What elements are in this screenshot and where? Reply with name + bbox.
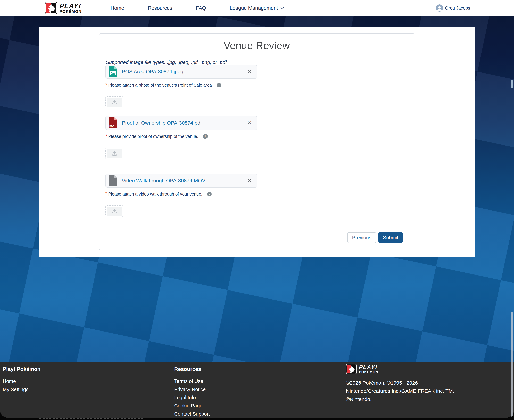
page-title: Venue Review (99, 40, 414, 51)
logo-text: PLAY! POKÉMON. (59, 3, 83, 14)
generic-file-icon (109, 175, 117, 186)
pokemon-emblem-icon (45, 2, 58, 14)
info-icon[interactable]: i (217, 83, 221, 88)
content-panel: Venue Review Supported image file types:… (39, 27, 475, 257)
scrollbar-thumb-top[interactable] (511, 80, 513, 89)
play-pokemon-logo[interactable]: PLAY! POKÉMON. (45, 2, 83, 14)
nav-home[interactable]: Home (110, 5, 124, 11)
footer-link-contact-support[interactable]: Contact Support (174, 410, 210, 418)
upload-icon (112, 151, 117, 156)
attached-file-chip: POS Area OPA-30874.jpeg ✕ (105, 65, 257, 79)
attachment-section-proof-of-ownership: PDF Proof of Ownership OPA-30874.pdf ✕ *… (105, 116, 257, 159)
form-divider (106, 223, 408, 223)
attached-file-link[interactable]: Proof of Ownership OPA-30874.pdf (122, 120, 242, 126)
attachment-section-pos-area: POS Area OPA-30874.jpeg ✕ * Please attac… (105, 65, 257, 108)
pdf-file-icon: PDF (109, 117, 117, 128)
chevron-down-icon (280, 7, 284, 9)
attached-file-link[interactable]: Video Walkthrough OPA-30874.MOV (122, 178, 242, 183)
copyright-text: ©2026 Pokémon. ©1995 - 2026 Nintendo/Cre… (346, 379, 454, 403)
footer-brand-column: Play! Pokémon Home My Settings (3, 362, 40, 393)
submit-button[interactable]: Submit (378, 232, 403, 243)
attached-file-chip: Video Walkthrough OPA-30874.MOV ✕ (105, 173, 257, 188)
avatar-icon (436, 4, 443, 12)
remove-file-button[interactable]: ✕ (246, 68, 252, 75)
footer-resources-column: Resources Terms of Use Privacy Notice Le… (174, 362, 210, 418)
required-asterisk: * (105, 191, 107, 196)
footer-link-privacy-notice[interactable]: Privacy Notice (174, 385, 210, 393)
logo-play-text: PLAY! (359, 364, 380, 370)
footer-link-cookie-page[interactable]: Cookie Page (174, 402, 210, 410)
footer: Play! Pokémon Home My Settings Resources… (0, 362, 514, 418)
footer-link-terms-of-use[interactable]: Terms of Use (174, 377, 210, 385)
footer-legal-column: PLAY! POKÉMON. ©2026 Pokémon. ©1995 - 20… (346, 362, 454, 403)
upload-icon (112, 208, 117, 214)
venue-review-card: Venue Review Supported image file types:… (99, 33, 414, 250)
pdf-label: PDF (109, 125, 114, 128)
user-menu[interactable]: Greg Jacobs (436, 0, 470, 16)
form-actions: Previous Submit (347, 232, 403, 243)
supported-types-note: Supported image file types: .jpg, .jpeg,… (106, 60, 227, 65)
nav-resources[interactable]: Resources (148, 5, 172, 11)
upload-button[interactable] (105, 148, 124, 159)
footer-brand-heading: Play! Pokémon (3, 366, 40, 372)
attached-file-link[interactable]: POS Area OPA-30874.jpeg (122, 69, 242, 75)
requirement-text-row: * Please provide proof of ownership of t… (105, 134, 257, 139)
logo-pokemon-text: POKÉMON. (359, 370, 380, 374)
scrollbar-thumb[interactable] (511, 312, 513, 417)
user-name: Greg Jacobs (445, 6, 470, 11)
attached-file-chip: PDF Proof of Ownership OPA-30874.pdf ✕ (105, 116, 257, 130)
required-asterisk: * (105, 82, 107, 87)
footer-resources-heading: Resources (174, 366, 210, 372)
bottom-bar-artifact (39, 418, 145, 419)
info-icon[interactable]: i (207, 192, 212, 196)
nav-links: Home Resources FAQ League Management (110, 0, 284, 16)
previous-button[interactable]: Previous (347, 232, 376, 243)
upload-button[interactable] (105, 97, 124, 108)
info-icon[interactable]: i (203, 134, 208, 139)
remove-file-button[interactable]: ✕ (246, 120, 252, 126)
upload-icon (112, 99, 117, 105)
upload-button[interactable] (105, 205, 124, 217)
top-nav: PLAY! POKÉMON. Home Resources FAQ League… (0, 0, 514, 16)
logo-pokemon-text: POKÉMON. (59, 10, 83, 14)
nav-league-management[interactable]: League Management (230, 5, 284, 11)
footer-play-pokemon-logo: PLAY! POKÉMON. (346, 363, 454, 374)
required-asterisk: * (105, 134, 107, 138)
logo-play-text: PLAY! (59, 3, 83, 9)
requirement-text-row: * Please attach a photo of the venue's P… (105, 83, 257, 88)
footer-link-my-settings[interactable]: My Settings (3, 385, 40, 393)
footer-link-home[interactable]: Home (3, 377, 40, 385)
pokemon-emblem-icon (346, 363, 357, 374)
image-file-icon (109, 66, 117, 77)
nav-faq[interactable]: FAQ (196, 5, 206, 11)
attachment-section-video-walkthrough: Video Walkthrough OPA-30874.MOV ✕ * Plea… (105, 173, 257, 217)
requirement-text-row: * Please attach a video walk through of … (105, 192, 257, 196)
footer-link-legal-info[interactable]: Legal Info (174, 393, 210, 402)
remove-file-button[interactable]: ✕ (246, 177, 252, 184)
